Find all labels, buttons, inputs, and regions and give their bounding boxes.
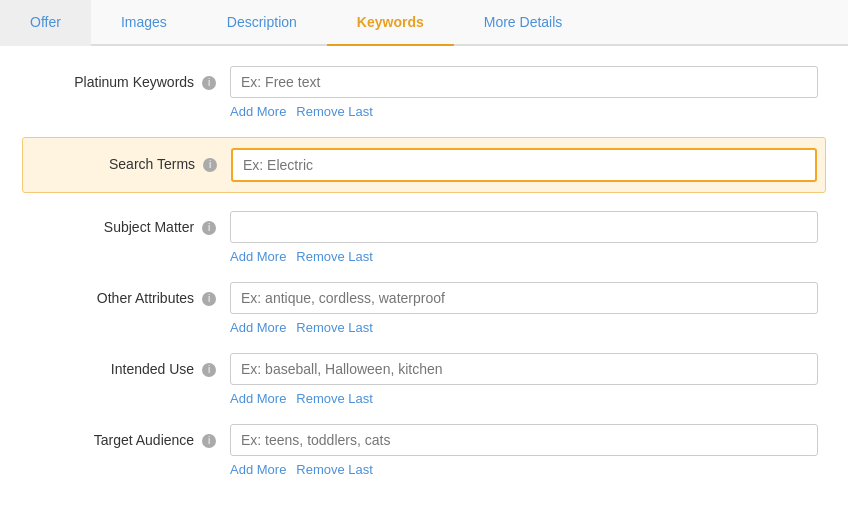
other-attributes-info-icon[interactable]: i: [202, 292, 216, 306]
target-audience-label: Target Audience i: [30, 424, 230, 448]
platinum-keywords-row: Platinum Keywords i Add More Remove Last: [30, 66, 818, 119]
search-terms-row: Search Terms i: [22, 137, 826, 193]
search-terms-label: Search Terms i: [31, 148, 231, 172]
platinum-keywords-label: Platinum Keywords i: [30, 66, 230, 90]
other-attributes-add-more[interactable]: Add More: [230, 320, 286, 335]
subject-matter-actions: Add More Remove Last: [230, 248, 818, 264]
tab-description[interactable]: Description: [197, 0, 327, 46]
intended-use-remove-last[interactable]: Remove Last: [296, 391, 373, 406]
other-attributes-label: Other Attributes i: [30, 282, 230, 306]
target-audience-actions: Add More Remove Last: [230, 461, 818, 477]
subject-matter-remove-last[interactable]: Remove Last: [296, 249, 373, 264]
platinum-keywords-input-cell: Add More Remove Last: [230, 66, 818, 119]
search-terms-info-icon[interactable]: i: [203, 158, 217, 172]
target-audience-add-more[interactable]: Add More: [230, 462, 286, 477]
target-audience-info-icon[interactable]: i: [202, 434, 216, 448]
target-audience-remove-last[interactable]: Remove Last: [296, 462, 373, 477]
tab-offer[interactable]: Offer: [0, 0, 91, 46]
search-terms-input[interactable]: [231, 148, 817, 182]
tab-bar: Offer Images Description Keywords More D…: [0, 0, 848, 46]
subject-matter-label: Subject Matter i: [30, 211, 230, 235]
other-attributes-actions: Add More Remove Last: [230, 319, 818, 335]
main-container: Offer Images Description Keywords More D…: [0, 0, 848, 529]
subject-matter-row: Subject Matter i Add More Remove Last: [30, 211, 818, 264]
intended-use-add-more[interactable]: Add More: [230, 391, 286, 406]
tab-more-details[interactable]: More Details: [454, 0, 593, 46]
intended-use-input-cell: Add More Remove Last: [230, 353, 818, 406]
form-content: Platinum Keywords i Add More Remove Last…: [0, 46, 848, 525]
other-attributes-input-cell: Add More Remove Last: [230, 282, 818, 335]
platinum-keywords-actions: Add More Remove Last: [230, 103, 818, 119]
intended-use-info-icon[interactable]: i: [202, 363, 216, 377]
other-attributes-remove-last[interactable]: Remove Last: [296, 320, 373, 335]
intended-use-row: Intended Use i Add More Remove Last: [30, 353, 818, 406]
platinum-keywords-info-icon[interactable]: i: [202, 76, 216, 90]
tab-images[interactable]: Images: [91, 0, 197, 46]
subject-matter-input[interactable]: [230, 211, 818, 243]
platinum-keywords-add-more[interactable]: Add More: [230, 104, 286, 119]
subject-matter-info-icon[interactable]: i: [202, 221, 216, 235]
target-audience-row: Target Audience i Add More Remove Last: [30, 424, 818, 477]
intended-use-actions: Add More Remove Last: [230, 390, 818, 406]
subject-matter-add-more[interactable]: Add More: [230, 249, 286, 264]
intended-use-input[interactable]: [230, 353, 818, 385]
other-attributes-row: Other Attributes i Add More Remove Last: [30, 282, 818, 335]
other-attributes-input[interactable]: [230, 282, 818, 314]
intended-use-label: Intended Use i: [30, 353, 230, 377]
tab-keywords[interactable]: Keywords: [327, 0, 454, 46]
platinum-keywords-input[interactable]: [230, 66, 818, 98]
search-terms-input-cell: [231, 148, 817, 182]
target-audience-input[interactable]: [230, 424, 818, 456]
subject-matter-input-cell: Add More Remove Last: [230, 211, 818, 264]
target-audience-input-cell: Add More Remove Last: [230, 424, 818, 477]
platinum-keywords-remove-last[interactable]: Remove Last: [296, 104, 373, 119]
